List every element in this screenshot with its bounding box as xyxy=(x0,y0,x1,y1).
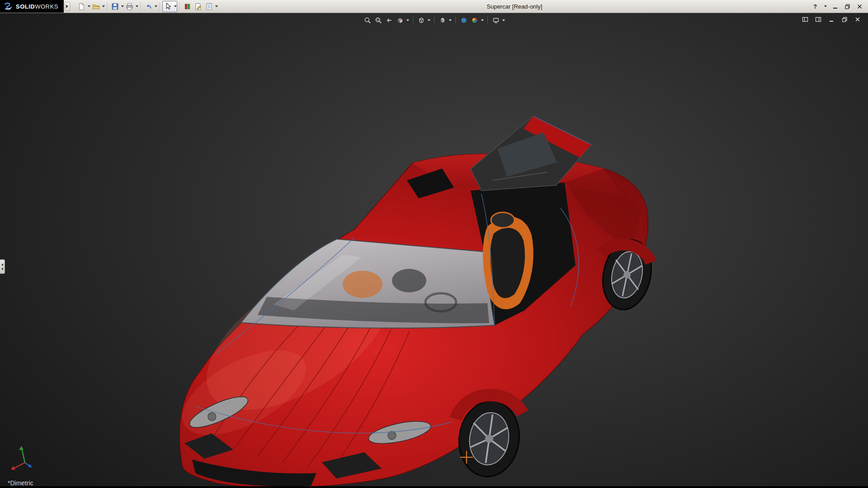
zoom-to-fit-button[interactable] xyxy=(363,15,372,25)
brand-wordmark: SOLIDWORKS xyxy=(16,3,58,10)
select-tool-group[interactable] xyxy=(162,1,177,12)
undo-dropdown-arrow[interactable] xyxy=(155,5,157,7)
new-document-icon xyxy=(78,3,85,10)
help-button[interactable]: ? xyxy=(811,2,819,10)
view-settings-button[interactable] xyxy=(491,15,500,25)
chevron-right-icon xyxy=(66,5,68,8)
section-view-icon xyxy=(396,17,404,24)
save-floppy-icon xyxy=(111,3,119,10)
open-document-button[interactable] xyxy=(91,1,101,12)
dassault-3ds-logo-icon xyxy=(4,2,13,10)
brand-light: WORKS xyxy=(35,3,58,10)
titlebar: SOLIDWORKS xyxy=(0,0,868,13)
chevron-left-icon xyxy=(1,267,3,270)
toolbar-separator xyxy=(160,2,160,11)
minimize-icon xyxy=(832,4,838,9)
edit-appearance-ball-icon xyxy=(471,17,478,24)
undo-button[interactable] xyxy=(143,1,154,12)
edit-appearance-button[interactable] xyxy=(470,15,479,25)
restore-button[interactable] xyxy=(843,2,851,10)
solidworks-brand: SOLIDWORKS xyxy=(0,0,64,13)
doc-close-icon xyxy=(854,16,861,23)
hud-separator xyxy=(455,17,456,23)
apply-scene-globe-icon xyxy=(460,17,467,24)
apply-scene-button[interactable] xyxy=(459,15,468,25)
main-toolbar xyxy=(76,1,218,12)
select-cursor-icon xyxy=(164,3,172,10)
close-icon xyxy=(857,4,863,9)
heads-up-view-toolbar xyxy=(363,15,505,25)
help-dropdown-arrow[interactable] xyxy=(824,5,827,7)
zoom-to-area-icon xyxy=(375,17,382,24)
help-glyph: ? xyxy=(813,3,817,10)
orientation-triad-icon xyxy=(11,446,32,470)
car-model[interactable] xyxy=(170,116,657,487)
pane-right-icon xyxy=(815,16,821,23)
printer-icon xyxy=(126,3,133,10)
display-style-cube-icon xyxy=(439,17,446,24)
file-properties-button[interactable] xyxy=(193,1,203,12)
hud-separator xyxy=(487,17,488,23)
view-orientation-dropdown-arrow[interactable] xyxy=(428,19,430,21)
open-folder-icon xyxy=(92,3,100,10)
hud-separator xyxy=(413,17,413,23)
window-controls: ? xyxy=(811,2,868,10)
display-style-button[interactable] xyxy=(438,15,447,25)
hud-separator xyxy=(434,17,434,23)
doc-minimize-button[interactable] xyxy=(827,16,835,23)
view-settings-icon xyxy=(492,17,500,24)
save-dropdown-arrow[interactable] xyxy=(121,5,124,7)
close-button[interactable] xyxy=(855,2,863,10)
open-dropdown-arrow[interactable] xyxy=(102,5,105,7)
new-document-button[interactable] xyxy=(76,1,87,12)
toolbar-separator xyxy=(141,2,141,11)
graphics-viewport[interactable]: *Dimetric xyxy=(0,13,868,488)
window-title: Supercar [Read-only] xyxy=(218,3,811,10)
print-button[interactable] xyxy=(124,1,135,12)
section-dropdown-arrow[interactable] xyxy=(406,19,409,21)
document-pencil-icon xyxy=(194,3,202,10)
menu-expand-tab[interactable] xyxy=(65,2,70,11)
section-view-button[interactable] xyxy=(395,15,405,25)
brand-bold: SOLID xyxy=(16,3,35,10)
chevron-left-icon xyxy=(1,263,3,266)
feature-panel-flyout-tab[interactable] xyxy=(0,259,5,274)
color-bars-icon xyxy=(184,3,191,10)
doc-restore-button[interactable] xyxy=(840,16,849,23)
pane-right-button[interactable] xyxy=(814,16,822,23)
pane-left-button[interactable] xyxy=(801,16,809,23)
toolbar-separator xyxy=(107,2,108,11)
save-button[interactable] xyxy=(110,1,120,12)
document-list-icon xyxy=(205,3,213,10)
appearance-dropdown-arrow[interactable] xyxy=(481,19,484,21)
view-settings-dropdown-arrow[interactable] xyxy=(502,19,505,21)
new-dropdown-arrow[interactable] xyxy=(88,5,90,7)
doc-minimize-icon xyxy=(828,16,835,23)
previous-view-button[interactable] xyxy=(384,15,394,25)
view-orientation-label: *Dimetric xyxy=(8,479,33,487)
scene-canvas[interactable] xyxy=(0,13,868,488)
view-orientation-cube-icon xyxy=(418,17,425,24)
zoom-to-area-button[interactable] xyxy=(373,15,383,25)
previous-view-icon xyxy=(386,17,393,24)
minimize-button[interactable] xyxy=(831,2,839,10)
pane-left-icon xyxy=(802,16,808,23)
document-window-controls xyxy=(801,16,862,23)
print-dropdown-arrow[interactable] xyxy=(136,5,138,7)
select-button[interactable] xyxy=(163,1,173,12)
toolbar-separator xyxy=(179,2,180,11)
bottom-edge xyxy=(0,486,868,488)
zoom-to-fit-icon xyxy=(364,17,371,24)
options-button[interactable] xyxy=(204,1,214,12)
doc-restore-icon xyxy=(841,16,848,23)
doc-close-button[interactable] xyxy=(854,16,862,23)
display-style-dropdown-arrow[interactable] xyxy=(449,19,452,21)
undo-arrow-icon xyxy=(145,3,152,10)
restore-icon xyxy=(844,4,850,9)
view-orientation-button[interactable] xyxy=(416,15,426,25)
select-dropdown-arrow[interactable] xyxy=(174,5,177,7)
xpress-tools-button[interactable] xyxy=(182,1,193,12)
